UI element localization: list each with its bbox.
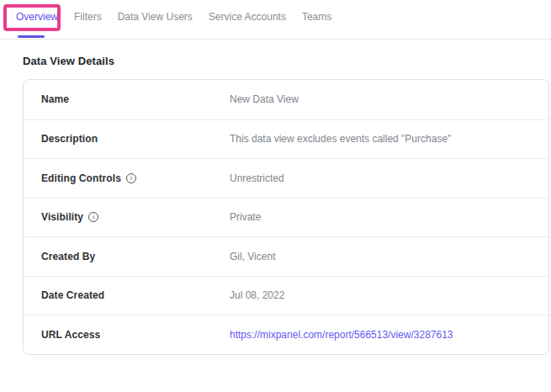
tab-overview[interactable]: Overview xyxy=(16,11,58,23)
url-access-link[interactable]: https://mixpanel.com/report/566513/view/… xyxy=(230,329,453,341)
table-row-created-by: Created By Gil, Vicent xyxy=(24,236,548,276)
row-label: Created By xyxy=(41,251,95,262)
row-value: Gil, Vicent xyxy=(230,251,548,262)
row-label: URL Access xyxy=(41,329,100,341)
table-row-visibility: Visibility i Private xyxy=(24,198,548,237)
table-row-editing-controls: Editing Controls i Unrestricted xyxy=(24,158,548,198)
row-value: Jul 08, 2022 xyxy=(230,289,548,301)
table-row-date-created: Date Created Jul 08, 2022 xyxy=(24,276,548,315)
table-row-name: Name New Data View xyxy=(24,80,548,119)
row-value: This data view excludes events called "P… xyxy=(230,133,548,145)
row-label: Visibility xyxy=(41,211,83,223)
tab-service-accounts[interactable]: Service Accounts xyxy=(209,11,286,23)
tab-filters[interactable]: Filters xyxy=(74,11,102,23)
data-view-details-card: Name New Data View Description This data… xyxy=(23,79,549,355)
active-tab-indicator xyxy=(18,35,45,38)
row-label: Editing Controls xyxy=(41,172,121,184)
page-title: Data View Details xyxy=(23,55,551,67)
row-value: Private xyxy=(230,211,548,223)
row-label: Description xyxy=(41,133,98,145)
table-row-url-access: URL Access https://mixpanel.com/report/5… xyxy=(24,315,548,354)
tab-bar: Overview Filters Data View Users Service… xyxy=(0,0,551,40)
tab-data-view-users[interactable]: Data View Users xyxy=(118,11,193,23)
row-label: Name xyxy=(41,93,69,105)
info-icon[interactable]: i xyxy=(88,212,98,222)
info-icon[interactable]: i xyxy=(126,173,136,183)
table-row-description: Description This data view excludes even… xyxy=(24,119,548,159)
row-label: Date Created xyxy=(41,289,104,301)
tab-teams[interactable]: Teams xyxy=(302,11,331,23)
row-value: Unrestricted xyxy=(230,172,548,184)
row-value: New Data View xyxy=(230,93,548,105)
